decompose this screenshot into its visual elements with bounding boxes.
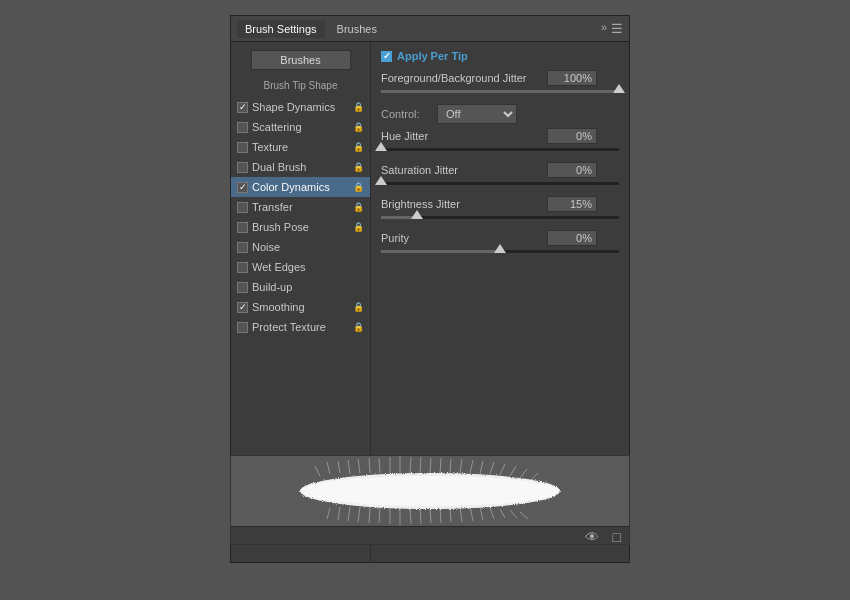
slider-thumb-4[interactable]: [494, 244, 506, 253]
svg-line-35: [450, 507, 451, 522]
svg-line-1: [315, 466, 320, 476]
jitter-value-4[interactable]: [547, 230, 597, 246]
lock-icon: 🔒: [353, 102, 364, 112]
panel-header: Brush Settings Brushes » ☰: [231, 16, 629, 42]
jitter-label-4: Purity: [381, 232, 541, 244]
brush-preview-area: 👁 □: [230, 455, 630, 545]
sidebar-checkbox-6[interactable]: [237, 222, 248, 233]
slider-thumb-0[interactable]: [613, 84, 625, 93]
slider-track-2[interactable]: [381, 182, 619, 185]
sidebar-item-build-up[interactable]: Build-up: [231, 277, 370, 297]
tab-brush-settings[interactable]: Brush Settings: [237, 20, 325, 38]
svg-line-24: [338, 507, 340, 520]
slider-track-0[interactable]: [381, 90, 619, 93]
sidebar-checkbox-5[interactable]: [237, 202, 248, 213]
slider-row-0: [381, 90, 619, 98]
sidebar-checkbox-7[interactable]: [237, 242, 248, 253]
brush-tip-shape-title: Brush Tip Shape: [231, 78, 370, 93]
frame-icon[interactable]: □: [613, 529, 621, 545]
sidebar-checkbox-1[interactable]: [237, 122, 248, 133]
lock-icon: 🔒: [353, 322, 364, 332]
svg-line-32: [420, 507, 421, 524]
tab-brushes[interactable]: Brushes: [329, 20, 385, 38]
sidebar-checkbox-9[interactable]: [237, 282, 248, 293]
brush-stroke-preview: [260, 456, 600, 526]
sidebar-checkbox-3[interactable]: [237, 162, 248, 173]
svg-line-5: [358, 459, 360, 473]
sidebar-item-smoothing[interactable]: Smoothing🔒: [231, 297, 370, 317]
expand-icon[interactable]: »: [601, 21, 607, 36]
slider-fill-4: [381, 250, 500, 253]
sidebar-checkbox-2[interactable]: [237, 142, 248, 153]
slider-thumb-3[interactable]: [411, 210, 423, 219]
svg-line-22: [530, 473, 538, 481]
sidebar-checkbox-10[interactable]: [237, 302, 248, 313]
sidebar-item-dual-brush[interactable]: Dual Brush🔒: [231, 157, 370, 177]
jitter-row-0: Foreground/Background Jitter: [381, 70, 619, 86]
svg-line-10: [410, 457, 411, 473]
slider-row-4: [381, 250, 619, 258]
sidebar-label-0: Shape Dynamics: [252, 101, 349, 113]
jitter-label-3: Brightness Jitter: [381, 198, 541, 210]
header-icons: » ☰: [601, 21, 623, 36]
sidebar-item-transfer[interactable]: Transfer🔒: [231, 197, 370, 217]
sidebar-checkbox-8[interactable]: [237, 262, 248, 273]
svg-line-11: [420, 457, 421, 473]
menu-icon[interactable]: ☰: [611, 21, 623, 36]
apply-per-tip-checkbox[interactable]: [381, 51, 392, 62]
jitter-row-1: Hue Jitter: [381, 128, 619, 144]
sidebar-checkbox-0[interactable]: [237, 102, 248, 113]
sidebar-item-protect-texture[interactable]: Protect Texture🔒: [231, 317, 370, 337]
svg-line-26: [358, 507, 360, 522]
slider-thumb-1[interactable]: [375, 142, 387, 151]
jitter-label-0: Foreground/Background Jitter: [381, 72, 541, 84]
sidebar-item-wet-edges[interactable]: Wet Edges: [231, 257, 370, 277]
sidebar-checkbox-11[interactable]: [237, 322, 248, 333]
svg-line-13: [440, 458, 441, 473]
svg-line-41: [510, 510, 517, 518]
sidebar-items-list: Shape Dynamics🔒Scattering🔒Texture🔒Dual B…: [231, 97, 370, 337]
svg-line-40: [500, 509, 505, 518]
sidebar-label-7: Noise: [252, 241, 364, 253]
jitter-row-2: Saturation Jitter: [381, 162, 619, 178]
sidebar-item-noise[interactable]: Noise: [231, 237, 370, 257]
slider-track-1[interactable]: [381, 148, 619, 151]
svg-line-25: [348, 507, 350, 521]
svg-line-34: [440, 507, 441, 523]
brushes-button[interactable]: Brushes: [251, 50, 351, 70]
sidebar-item-color-dynamics[interactable]: Color Dynamics🔒: [231, 177, 370, 197]
sidebar-item-texture[interactable]: Texture🔒: [231, 137, 370, 157]
sidebar-item-brush-pose[interactable]: Brush Pose🔒: [231, 217, 370, 237]
lock-icon: 🔒: [353, 162, 364, 172]
svg-line-38: [480, 507, 483, 520]
svg-line-33: [430, 507, 431, 523]
svg-line-42: [520, 512, 528, 519]
sidebar-label-9: Build-up: [252, 281, 364, 293]
sidebar-label-2: Texture: [252, 141, 349, 153]
svg-line-27: [369, 507, 370, 523]
sidebar-label-3: Dual Brush: [252, 161, 349, 173]
jitter-value-1[interactable]: [547, 128, 597, 144]
sidebar-item-scattering[interactable]: Scattering🔒: [231, 117, 370, 137]
svg-line-28: [379, 507, 380, 523]
sidebar-checkbox-4[interactable]: [237, 182, 248, 193]
control-select[interactable]: OffFadePen PressurePen TiltStylus Wheel: [437, 104, 517, 124]
svg-point-43: [300, 476, 560, 506]
slider-thumb-2[interactable]: [375, 176, 387, 185]
svg-line-6: [369, 458, 370, 473]
jitter-value-0[interactable]: [547, 70, 597, 86]
sidebar-label-11: Protect Texture: [252, 321, 349, 333]
slider-track-4[interactable]: [381, 250, 619, 253]
svg-line-20: [510, 466, 516, 476]
control-row: Control:OffFadePen PressurePen TiltStylu…: [381, 104, 619, 124]
apply-per-tip-row: Apply Per Tip: [381, 50, 619, 62]
sidebar-label-8: Wet Edges: [252, 261, 364, 273]
jitter-value-3[interactable]: [547, 196, 597, 212]
sidebar-item-shape-dynamics[interactable]: Shape Dynamics🔒: [231, 97, 370, 117]
slider-track-3[interactable]: [381, 216, 619, 219]
jitter-value-2[interactable]: [547, 162, 597, 178]
svg-line-19: [500, 464, 505, 475]
svg-line-37: [470, 507, 473, 521]
eye-icon[interactable]: 👁: [585, 529, 599, 545]
slider-row-1: [381, 148, 619, 156]
